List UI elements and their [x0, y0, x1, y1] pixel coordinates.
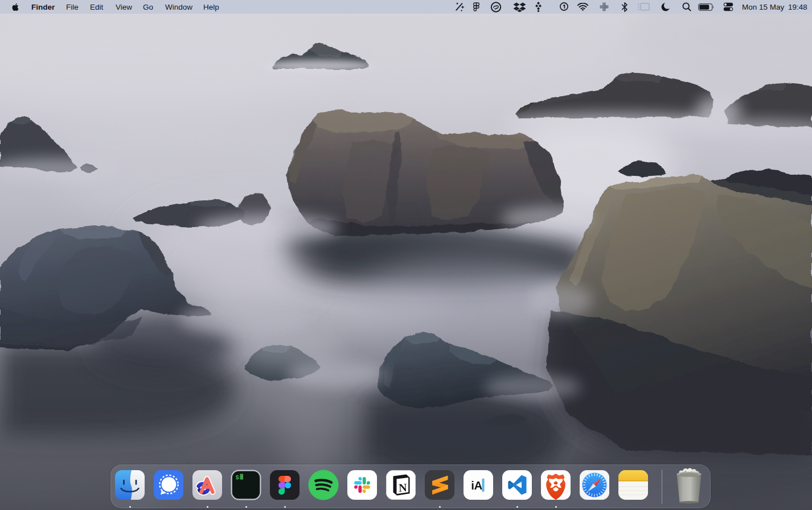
svg-text:$: $ — [236, 474, 240, 481]
svg-text:iA: iA — [471, 479, 482, 492]
svg-text:N: N — [399, 481, 408, 494]
